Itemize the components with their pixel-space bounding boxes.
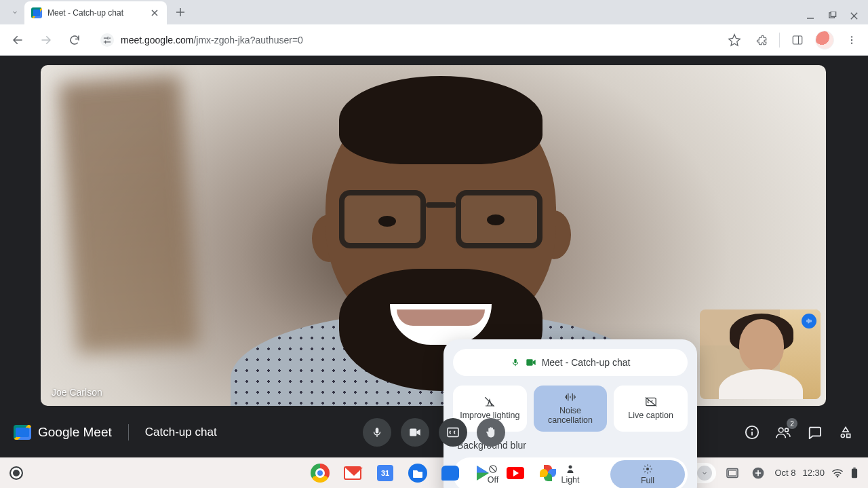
chevron-down-icon [11,8,19,16]
files-app[interactable] [408,463,428,483]
new-tab-button[interactable] [171,3,190,22]
window-maximize-button[interactable] [827,11,837,20]
svg-point-29 [841,434,844,438]
plus-icon [176,7,185,17]
address-bar[interactable]: meet.google.com/jmx-zgoh-jka?authuser=0 [92,29,713,52]
wifi-icon [831,468,844,478]
self-view-tile[interactable] [700,309,821,399]
overview-button[interactable] [723,464,742,483]
chrome-menu-button[interactable] [842,31,861,50]
participant-name-label: Joe Carlson [52,387,102,398]
svg-line-18 [650,471,650,472]
mic-icon [371,426,383,438]
search-tabs-button[interactable] [5,3,24,22]
people-button[interactable]: 2 [774,424,792,441]
profile-avatar-button[interactable] [815,31,834,50]
window-close-button[interactable] [849,11,859,20]
svg-line-17 [644,466,645,466]
mic-toggle-button[interactable] [363,418,391,447]
noise-cancellation-icon [564,391,577,403]
meeting-info-button[interactable] [743,424,761,441]
plus-circle-icon [751,466,765,480]
calendar-app[interactable]: 31 [375,463,395,483]
info-icon [745,425,760,440]
svg-point-12 [646,468,649,470]
window-controls [806,11,868,24]
separator-icon [779,33,780,48]
bookmark-button[interactable] [725,31,744,50]
camera-icon [408,428,422,437]
svg-rect-21 [376,428,379,433]
svg-line-19 [650,466,650,466]
star-icon [728,33,741,47]
launcher-button[interactable] [9,466,23,480]
chat-icon [807,426,822,439]
youtube-app[interactable] [505,463,526,483]
person-icon [566,464,574,474]
meet-favicon-icon [31,7,42,18]
svg-point-5 [851,39,852,40]
tab-close-button[interactable] [149,7,160,18]
messages-app[interactable] [440,463,460,483]
popover-header[interactable]: Meet - Catch-up chat [453,349,688,376]
url-text: meet.google.com/jmx-zgoh-jka?authuser=0 [121,35,303,45]
meet-brand: Google Meet Catch-up chat [14,424,217,440]
svg-rect-1 [831,12,835,16]
lighting-off-icon [484,396,496,408]
mic-icon [511,358,520,367]
browser-tab-strip: Meet - Catch-up chat [0,0,868,24]
browser-toolbar: meet.google.com/jmx-zgoh-jka?authuser=0 [0,24,868,56]
browser-tab-active[interactable]: Meet - Catch-up chat [24,1,167,24]
arrow-left-icon [12,34,24,46]
chrome-icon [311,464,330,483]
sidepanel-icon [791,34,804,46]
svg-rect-34 [729,470,736,476]
caption-off-icon [644,396,658,408]
extensions-button[interactable] [752,31,771,50]
phone-hub-button[interactable] [749,464,768,483]
svg-point-4 [851,36,852,37]
svg-point-28 [785,428,789,432]
shapes-icon [839,426,852,439]
minimize-icon [806,11,815,20]
blur-full-icon [642,464,653,474]
back-button[interactable] [7,29,28,51]
puzzle-icon [755,34,768,46]
gmail-app[interactable] [342,463,363,483]
window-minimize-button[interactable] [806,11,815,20]
calendar-icon: 31 [377,465,393,481]
activities-button[interactable] [837,424,854,441]
meeting-name-label: Catch-up chat [145,426,217,439]
play-store-app[interactable] [473,463,493,483]
svg-rect-7 [514,359,517,363]
battery-icon [850,467,859,479]
maximize-icon [828,12,837,20]
chevron-down-icon [701,469,709,477]
reload-button[interactable] [64,29,85,51]
svg-point-27 [778,428,783,432]
overview-icon [726,468,739,478]
chrome-app[interactable] [310,463,330,483]
toolbar-right [719,31,861,50]
blur-full-option[interactable]: Full [610,460,685,488]
camera-toggle-button[interactable] [401,418,429,447]
site-settings-button[interactable] [100,33,114,47]
google-meet-label: Google Meet [38,425,112,440]
popover-title: Meet - Catch-up chat [542,357,631,368]
photos-icon [540,465,556,481]
media-expand-button[interactable] [697,466,712,481]
close-icon [850,12,859,20]
chat-button[interactable] [806,424,823,441]
photos-app[interactable] [538,463,558,483]
hand-icon [485,426,497,439]
sidepanel-button[interactable] [788,31,807,50]
status-tray[interactable]: Oct 8 12:30 [774,467,859,479]
forward-button[interactable] [35,29,57,51]
meet-app: Joe Carlson Meet - Catch-up chat Improve… [0,56,868,457]
svg-rect-2 [793,36,802,44]
shelf-time: 12:30 [802,468,825,478]
captions-button[interactable] [439,418,467,447]
svg-rect-38 [853,467,855,468]
close-icon [151,10,158,16]
raise-hand-button[interactable] [477,418,505,447]
